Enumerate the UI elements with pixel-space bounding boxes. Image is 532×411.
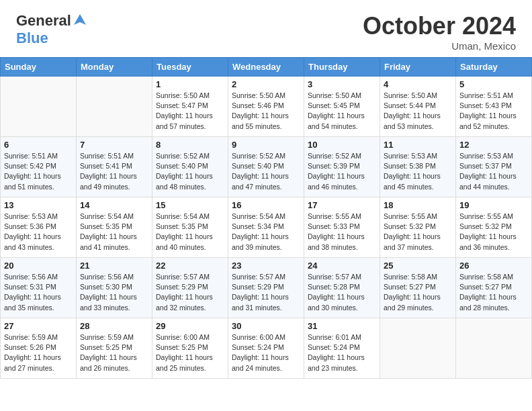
weekday-sunday: Sunday [1,58,77,77]
weekday-saturday: Saturday [456,58,532,77]
day-number: 18 [384,200,452,210]
day-number: 5 [459,79,528,89]
day-cell: 6Sunrise: 5:51 AMSunset: 5:42 PMDaylight… [1,137,77,197]
day-cell: 7Sunrise: 5:51 AMSunset: 5:41 PMDaylight… [77,137,152,197]
day-info: Sunrise: 5:56 AMSunset: 5:30 PMDaylight:… [80,272,148,313]
day-number: 22 [156,261,224,271]
day-cell: 28Sunrise: 5:59 AMSunset: 5:25 PMDayligh… [77,318,152,379]
day-info: Sunrise: 5:51 AMSunset: 5:42 PMDaylight:… [4,151,73,192]
weekday-header-row: SundayMondayTuesdayWednesdayThursdayFrid… [1,58,532,77]
day-cell [1,77,77,137]
day-cell: 18Sunrise: 5:55 AMSunset: 5:32 PMDayligh… [380,197,456,258]
day-number: 8 [156,140,224,150]
day-cell: 13Sunrise: 5:53 AMSunset: 5:36 PMDayligh… [1,197,77,258]
day-info: Sunrise: 5:55 AMSunset: 5:32 PMDaylight:… [459,212,528,253]
day-cell [456,318,532,379]
day-info: Sunrise: 5:59 AMSunset: 5:25 PMDaylight:… [80,332,148,373]
weekday-thursday: Thursday [304,58,380,77]
day-cell: 14Sunrise: 5:54 AMSunset: 5:35 PMDayligh… [77,197,152,258]
weekday-monday: Monday [77,58,152,77]
day-number: 17 [308,200,376,210]
logo-general: General [16,12,71,30]
day-cell: 23Sunrise: 5:57 AMSunset: 5:29 PMDayligh… [228,258,304,318]
day-cell: 16Sunrise: 5:54 AMSunset: 5:34 PMDayligh… [228,197,304,258]
day-cell: 21Sunrise: 5:56 AMSunset: 5:30 PMDayligh… [77,258,152,318]
day-number: 7 [80,140,148,150]
day-info: Sunrise: 5:52 AMSunset: 5:40 PMDaylight:… [232,151,300,192]
day-number: 6 [4,140,73,150]
day-cell: 26Sunrise: 5:58 AMSunset: 5:27 PMDayligh… [456,258,532,318]
day-cell: 27Sunrise: 5:59 AMSunset: 5:26 PMDayligh… [1,318,77,379]
day-cell: 8Sunrise: 5:52 AMSunset: 5:40 PMDaylight… [152,137,228,197]
day-info: Sunrise: 5:55 AMSunset: 5:33 PMDaylight:… [308,212,376,253]
day-info: Sunrise: 5:50 AMSunset: 5:46 PMDaylight:… [232,91,300,132]
day-info: Sunrise: 5:58 AMSunset: 5:27 PMDaylight:… [384,272,452,313]
day-cell: 20Sunrise: 5:56 AMSunset: 5:31 PMDayligh… [1,258,77,318]
day-number: 4 [384,79,452,89]
day-info: Sunrise: 5:51 AMSunset: 5:43 PMDaylight:… [459,91,528,132]
day-cell: 12Sunrise: 5:53 AMSunset: 5:37 PMDayligh… [456,137,532,197]
week-row-3: 13Sunrise: 5:53 AMSunset: 5:36 PMDayligh… [1,197,532,258]
day-cell [77,77,152,137]
day-info: Sunrise: 5:58 AMSunset: 5:27 PMDaylight:… [459,272,528,313]
day-number: 13 [4,200,73,210]
day-info: Sunrise: 5:57 AMSunset: 5:29 PMDaylight:… [232,272,300,313]
day-info: Sunrise: 5:50 AMSunset: 5:47 PMDaylight:… [156,91,224,132]
day-number: 10 [308,140,376,150]
day-cell: 1Sunrise: 5:50 AMSunset: 5:47 PMDaylight… [152,77,228,137]
day-cell: 5Sunrise: 5:51 AMSunset: 5:43 PMDaylight… [456,77,532,137]
day-cell: 29Sunrise: 6:00 AMSunset: 5:25 PMDayligh… [152,318,228,379]
day-number: 3 [308,79,376,89]
day-info: Sunrise: 6:01 AMSunset: 5:24 PMDaylight:… [308,332,376,373]
calendar-table: SundayMondayTuesdayWednesdayThursdayFrid… [0,57,532,379]
day-info: Sunrise: 5:52 AMSunset: 5:40 PMDaylight:… [156,151,224,192]
day-info: Sunrise: 6:00 AMSunset: 5:25 PMDaylight:… [156,332,224,373]
day-number: 12 [459,140,528,150]
logo-blue: Blue [16,30,48,46]
weekday-friday: Friday [380,58,456,77]
day-cell: 25Sunrise: 5:58 AMSunset: 5:27 PMDayligh… [380,258,456,318]
day-info: Sunrise: 5:56 AMSunset: 5:31 PMDaylight:… [4,272,73,313]
day-cell: 31Sunrise: 6:01 AMSunset: 5:24 PMDayligh… [304,318,380,379]
logo: General Blue [16,12,87,47]
week-row-1: 1Sunrise: 5:50 AMSunset: 5:47 PMDaylight… [1,77,532,137]
title-section: October 2024 Uman, Mexico [363,12,516,52]
day-info: Sunrise: 5:59 AMSunset: 5:26 PMDaylight:… [4,332,73,373]
day-number: 14 [80,200,148,210]
logo-icon [73,13,87,28]
week-row-2: 6Sunrise: 5:51 AMSunset: 5:42 PMDaylight… [1,137,532,197]
day-info: Sunrise: 5:50 AMSunset: 5:44 PMDaylight:… [384,91,452,132]
day-number: 20 [4,261,73,271]
month-title: October 2024 [363,12,516,40]
day-cell: 4Sunrise: 5:50 AMSunset: 5:44 PMDaylight… [380,77,456,137]
day-cell: 19Sunrise: 5:55 AMSunset: 5:32 PMDayligh… [456,197,532,258]
day-info: Sunrise: 5:55 AMSunset: 5:32 PMDaylight:… [384,212,452,253]
day-info: Sunrise: 5:53 AMSunset: 5:37 PMDaylight:… [459,151,528,192]
day-number: 16 [232,200,300,210]
week-row-4: 20Sunrise: 5:56 AMSunset: 5:31 PMDayligh… [1,258,532,318]
day-number: 23 [232,261,300,271]
day-number: 11 [384,140,452,150]
day-cell: 22Sunrise: 5:57 AMSunset: 5:29 PMDayligh… [152,258,228,318]
day-info: Sunrise: 5:54 AMSunset: 5:34 PMDaylight:… [232,212,300,253]
day-number: 9 [232,140,300,150]
day-info: Sunrise: 5:57 AMSunset: 5:28 PMDaylight:… [308,272,376,313]
day-cell: 30Sunrise: 6:00 AMSunset: 5:24 PMDayligh… [228,318,304,379]
day-number: 1 [156,79,224,89]
day-number: 15 [156,200,224,210]
location: Uman, Mexico [363,40,516,52]
day-info: Sunrise: 5:54 AMSunset: 5:35 PMDaylight:… [156,212,224,253]
day-cell: 24Sunrise: 5:57 AMSunset: 5:28 PMDayligh… [304,258,380,318]
day-number: 19 [459,200,528,210]
day-cell: 10Sunrise: 5:52 AMSunset: 5:39 PMDayligh… [304,137,380,197]
weekday-wednesday: Wednesday [228,58,304,77]
week-row-5: 27Sunrise: 5:59 AMSunset: 5:26 PMDayligh… [1,318,532,379]
day-info: Sunrise: 5:54 AMSunset: 5:35 PMDaylight:… [80,212,148,253]
day-number: 26 [459,261,528,271]
svg-marker-0 [74,14,86,25]
calendar-body: 1Sunrise: 5:50 AMSunset: 5:47 PMDaylight… [1,77,532,379]
day-number: 28 [80,321,148,331]
day-cell: 2Sunrise: 5:50 AMSunset: 5:46 PMDaylight… [228,77,304,137]
day-number: 29 [156,321,224,331]
day-number: 31 [308,321,376,331]
